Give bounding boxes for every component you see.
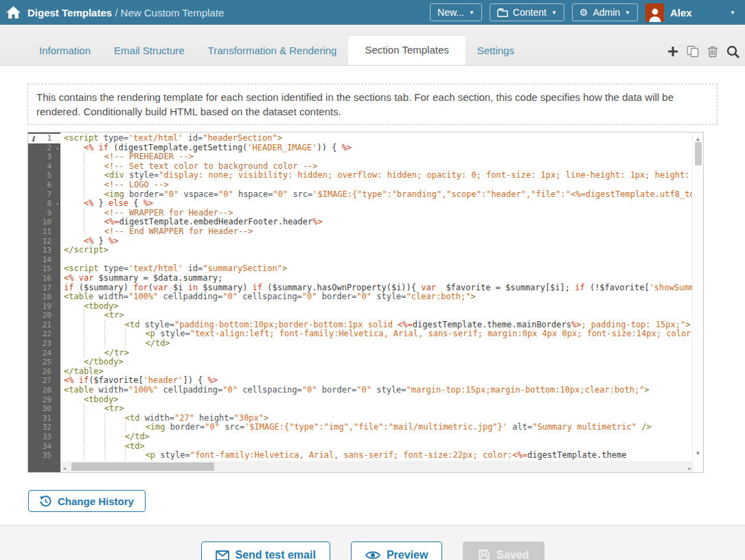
vertical-scroll-thumb[interactable] (695, 142, 702, 165)
gutter-line-13[interactable]: 13 (28, 246, 60, 255)
editor-vertical-scrollbar[interactable]: ▲ ▼ (692, 132, 703, 472)
indent-guide (84, 320, 104, 329)
change-history-button[interactable]: Change History (28, 490, 146, 512)
trash-icon (707, 45, 718, 58)
indent-guide (104, 441, 125, 451)
gutter-line-33[interactable]: 33 (28, 432, 60, 442)
gutter-line-25[interactable]: 25 (28, 358, 60, 367)
tab-information[interactable]: Information (27, 37, 102, 65)
gutter-line-9[interactable]: 9 (28, 209, 60, 218)
tab-section-templates[interactable]: Section Templates (348, 36, 465, 65)
add-button[interactable] (666, 45, 680, 58)
gutter-line-16[interactable]: 16 (28, 274, 60, 283)
gutter-line-34[interactable]: 34 (28, 442, 60, 452)
line-number: 34 (43, 442, 51, 451)
indent-guide (64, 329, 84, 338)
search-button[interactable] (726, 45, 740, 58)
send-test-email-label: Send test email (236, 549, 316, 560)
gutter-line-12[interactable]: 12 (28, 237, 60, 246)
line-number: 20 (43, 311, 51, 320)
gutter-line-21[interactable]: 21 (28, 320, 60, 330)
indent-guide (84, 170, 104, 180)
envelope-icon (216, 550, 229, 560)
gutter-line-35[interactable]: 35 (28, 451, 60, 460)
gutter-line-15[interactable]: 15 (28, 264, 60, 274)
line-number: 29 (43, 395, 51, 404)
gutter-line-1[interactable]: i1 (28, 134, 60, 143)
gutter-line-2[interactable]: 2▾ (28, 143, 60, 153)
gutter-line-31[interactable]: 31 (28, 414, 60, 423)
gutter-line-27[interactable]: 27 (28, 376, 60, 386)
gutter-line-7[interactable]: 7 (28, 190, 60, 200)
line-number: 6 (47, 180, 51, 189)
tab-email-structure[interactable]: Email Structure (102, 37, 196, 65)
duplicate-button[interactable] (686, 45, 700, 58)
horizontal-scroll-thumb[interactable] (71, 463, 214, 471)
indent-guide (84, 329, 104, 338)
indent-guide (64, 161, 84, 171)
indent-guide (64, 357, 84, 366)
indent-guide (104, 432, 125, 441)
gutter-line-3[interactable]: 3 (28, 152, 60, 162)
editor-horizontal-scrollbar[interactable]: ◄ ► (60, 461, 694, 472)
indent-guide (84, 432, 104, 441)
saved-button[interactable]: Saved (463, 541, 544, 560)
gutter-line-30[interactable]: 30 (28, 404, 60, 414)
gutter-line-6[interactable]: 6 (28, 180, 60, 190)
editor-code-area[interactable]: <script type='text/html' id="headerSecti… (60, 132, 694, 463)
gutter-line-14[interactable]: 14 (28, 255, 60, 265)
scroll-left-arrow-icon[interactable]: ◄ (62, 464, 66, 473)
indent-guide (84, 180, 104, 189)
scroll-down-arrow-icon[interactable]: ▼ (693, 449, 703, 458)
indent-guide (64, 180, 84, 189)
indent-guide (64, 217, 84, 226)
indent-guide (84, 441, 104, 451)
gutter-line-10[interactable]: 10 (28, 218, 60, 227)
gutter-line-23[interactable]: 23 (28, 339, 60, 349)
gutter-line-22[interactable]: 22 (28, 329, 60, 339)
gutter-line-17[interactable]: 17 (28, 283, 60, 293)
user-menu-button[interactable]: Alex ▼ (645, 0, 745, 25)
change-history-label: Change History (58, 495, 134, 507)
fold-arrow-icon[interactable]: ▾ (56, 144, 59, 154)
gutter-line-29[interactable]: 29 (28, 395, 60, 405)
gutter-line-32[interactable]: 32 (28, 423, 60, 432)
gutter-line-19[interactable]: 19 (28, 302, 60, 312)
admin-menu-button[interactable]: ⚙ Admin ▼ (572, 3, 638, 21)
new-menu-button[interactable]: New... ▼ (430, 3, 482, 21)
code-line-28: <table width="100%" cellpadding="0" cell… (64, 386, 694, 395)
line-number: 22 (43, 329, 51, 338)
gutter-line-24[interactable]: 24 (28, 349, 60, 358)
delete-button[interactable] (706, 45, 720, 58)
gutter-line-20[interactable]: 20 (28, 311, 60, 320)
gutter-line-18[interactable]: 18 (28, 292, 60, 302)
gutter-line-11[interactable]: 11 (28, 227, 60, 237)
line-number: 10 (43, 218, 51, 226)
home-button[interactable] (0, 0, 26, 25)
line-number: 4 (47, 162, 51, 171)
gutter-line-26[interactable]: 26 (28, 367, 60, 377)
indent-guide (104, 450, 125, 460)
breadcrumb-root[interactable]: Digest Templates (27, 7, 112, 19)
gutter-line-8[interactable]: 8▾ (28, 199, 60, 209)
line-number: 11 (43, 227, 51, 236)
indent-guide (64, 143, 84, 152)
preview-button[interactable]: Preview (351, 541, 442, 560)
scroll-right-arrow-icon[interactable]: ► (688, 464, 691, 473)
indent-guide (64, 404, 84, 413)
indent-guide (64, 395, 84, 404)
gutter-line-28[interactable]: 28 (28, 386, 60, 395)
gutter-line-4[interactable]: 4 (28, 162, 60, 172)
fold-arrow-icon[interactable]: ▾ (56, 200, 59, 209)
send-test-email-button[interactable]: Send test email (201, 541, 330, 560)
code-line-1: <script type='text/html' id="headerSecti… (64, 134, 694, 143)
code-editor[interactable]: i12▾345678▾91011121314151617181920212223… (27, 132, 704, 473)
tab-transformation-rendering[interactable]: Transformation & Rendering (196, 37, 349, 65)
info-annotation-icon[interactable]: i (32, 135, 34, 144)
indent-guide (64, 348, 84, 358)
plus-icon (667, 46, 678, 57)
content-menu-button[interactable]: Content ▼ (490, 3, 564, 21)
gutter-line-5[interactable]: 5 (28, 171, 60, 180)
tab-settings[interactable]: Settings (466, 37, 526, 65)
line-number: 31 (43, 414, 51, 423)
